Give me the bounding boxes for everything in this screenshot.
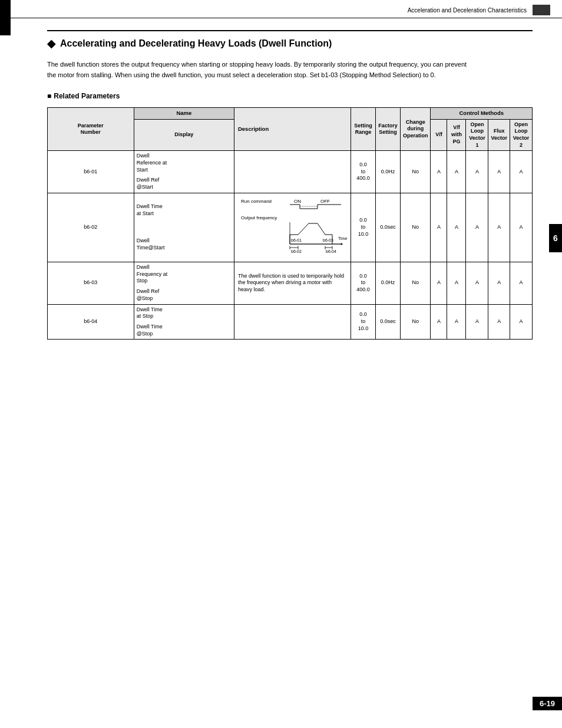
run-cmd-label: Run command [241,199,272,204]
range-b601: 0.0to400.0 [351,151,375,193]
factory-b601: 0.0Hz [375,151,400,193]
col-vf: V/f [431,119,447,151]
desc-b601 [234,151,351,193]
vfpg-b602: A [447,193,466,262]
desc-b603: The dwell function is used to temporaril… [234,262,351,304]
b602-label: b6-02 [291,249,302,253]
flux-b603: A [488,262,510,304]
on-label: ON [294,199,301,204]
svg-marker-22 [341,243,343,245]
olv2-b602: A [510,193,533,262]
col-open-loop-vec1: OpenLoopVector1 [466,119,488,151]
range-b603: 0.0to400.0 [351,262,375,304]
range-b604: 0.0to10.0 [351,304,375,340]
display-b604: Dwell Time@Stop [134,322,234,340]
table-row: b6-01 DwellReference atStart 0.0to400.0 … [48,151,533,176]
body-text: The dwell function stores the output fre… [47,60,471,80]
top-left-decoration [0,0,11,35]
sub-heading: Related Parameters [47,92,533,100]
page-content: ◆ Accelerating and Decelerating Heavy Lo… [0,18,562,351]
change-b602: No [400,193,431,262]
col-param-number: ParameterNumber [48,108,134,151]
display-b603: Dwell Ref@Stop [134,286,234,304]
flux-b601: A [488,151,510,193]
diamond-icon: ◆ [47,37,55,50]
col-description: Description [234,108,351,151]
olv1-b602: A [466,193,488,262]
vfpg-b603: A [447,262,466,304]
b603-label: b6-03 [323,238,333,242]
param-num-b603: b6-03 [48,262,134,304]
vf-b601: A [431,151,447,193]
param-num-b602: b6-02 [48,193,134,262]
col-factory-setting: FactorySetting [375,108,400,151]
olv2-b604: A [510,304,533,340]
section-title: ◆ Accelerating and Decelerating Heavy Lo… [47,30,533,50]
header-title: Acceleration and Deceleration Characteri… [408,7,527,14]
vf-b603: A [431,262,447,304]
param-num-b601: b6-01 [48,151,134,193]
display-b601: Dwell Ref@Start [134,175,234,193]
olv2-b601: A [510,151,533,193]
page-number: 6-19 [533,697,562,710]
factory-b603: 0.0Hz [375,262,400,304]
table-row: b6-02 Dwell Timeat Start Run command ON … [48,193,533,228]
col-flux-vec: FluxVector [488,119,510,151]
col-change: ChangeduringOperation [400,108,431,151]
col-open-loop-vec2: OpenLoopVector2 [510,119,533,151]
waveform-diagram: Run command ON OFF Output frequency [238,196,347,258]
param-num-b604: b6-04 [48,304,134,340]
change-b604: No [400,304,431,340]
vfpg-b604: A [447,304,466,340]
table-row: b6-03 DwellFrequency atStop The dwell fu… [48,262,533,287]
flux-b602: A [488,193,510,262]
vf-b604: A [431,304,447,340]
name-b603: DwellFrequency atStop [134,262,234,287]
range-b602: 0.0to10.0 [351,193,375,262]
factory-b602: 0.0sec [375,193,400,262]
name-b601: DwellReference atStart [134,151,234,176]
chapter-tab: 6 [549,224,562,252]
change-b601: No [400,151,431,193]
name-b602: Dwell Timeat Start [134,193,234,228]
output-freq-label: Output frequency [241,215,277,220]
page-header: Acceleration and Deceleration Characteri… [0,0,562,18]
olv1-b604: A [466,304,488,340]
svg-line-10 [298,223,309,235]
svg-line-12 [318,223,325,235]
display-b602: DwellTime@Start [134,228,234,262]
b604-label: b6-04 [326,249,336,253]
desc-b602: Run command ON OFF Output frequency [234,193,351,262]
olv2-b603: A [510,262,533,304]
b601-label: b6-01 [291,238,302,242]
col-name: Name [134,108,234,119]
col-control-methods: Control Methods [431,108,533,119]
header-black-box [533,5,550,15]
off-label: OFF [320,199,330,204]
time-label: Time [338,236,347,241]
olv1-b603: A [466,262,488,304]
vfpg-b601: A [447,151,466,193]
vf-b602: A [431,193,447,262]
desc-b604 [234,304,351,340]
name-b604: Dwell Timeat Stop [134,304,234,322]
col-setting-range: SettingRange [351,108,375,151]
col-display: Display [134,119,234,151]
flux-b604: A [488,304,510,340]
col-vf-pg: V/fwithPG [447,119,466,151]
parameter-table: ParameterNumber Name Description Setting… [47,107,533,340]
change-b603: No [400,262,431,304]
olv1-b601: A [466,151,488,193]
factory-b604: 0.0sec [375,304,400,340]
table-row: b6-04 Dwell Timeat Stop 0.0to10.0 0.0sec… [48,304,533,322]
